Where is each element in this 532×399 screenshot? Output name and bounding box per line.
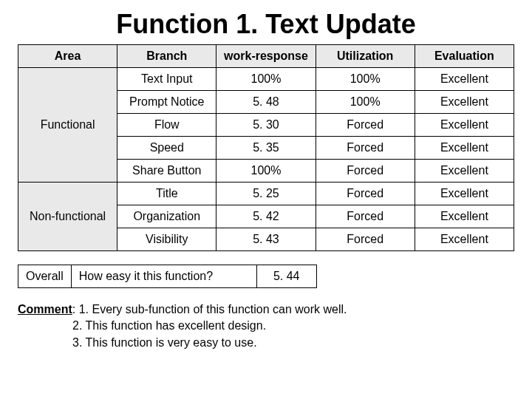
cell-eval: Excellent	[415, 137, 514, 160]
cell-util: Forced	[316, 205, 415, 228]
cell-util: Forced	[316, 160, 415, 183]
cell-util: 100%	[316, 68, 415, 91]
evaluation-table: Area Branch work-response Utilization Ev…	[18, 44, 514, 251]
page-title: Function 1. Text Update	[18, 9, 514, 40]
cell-work: 5. 25	[216, 183, 316, 205]
cell-eval: Excellent	[415, 68, 514, 91]
cell-eval: Excellent	[415, 228, 514, 251]
area-cell: Non-functional	[18, 183, 117, 251]
cell-branch: Title	[117, 183, 216, 205]
cell-eval: Excellent	[415, 183, 514, 205]
cell-eval: Excellent	[415, 205, 514, 228]
cell-util: Forced	[316, 137, 415, 160]
header-row: Area Branch work-response Utilization Ev…	[18, 45, 514, 68]
area-cell: Functional	[18, 68, 117, 183]
cell-util: Forced	[316, 114, 415, 137]
cell-branch: Share Button	[117, 160, 216, 183]
cell-branch: Visibility	[117, 228, 216, 251]
overall-label: Overall	[18, 265, 72, 288]
cell-branch: Text Input	[117, 68, 216, 91]
cell-work: 5. 42	[216, 205, 316, 228]
comment-block: Comment: 1. Every sub-function of this f…	[18, 301, 514, 351]
col-branch: Branch	[117, 45, 216, 68]
overall-summary: Overall How easy it this function? 5. 44	[18, 265, 514, 288]
cell-branch: Organization	[117, 205, 216, 228]
comment-label: Comment	[18, 303, 72, 316]
cell-util: Forced	[316, 183, 415, 205]
cell-work: 5. 30	[216, 114, 316, 137]
cell-work: 5. 43	[216, 228, 316, 251]
cell-util: 100%	[316, 91, 415, 114]
cell-eval: Excellent	[415, 160, 514, 183]
cell-work: 5. 35	[216, 137, 316, 160]
cell-branch: Prompt Notice	[117, 91, 216, 114]
table-row: FunctionalText Input100%100%Excellent	[18, 68, 514, 91]
comment-line-3: 3. This function is very easy to use.	[18, 335, 514, 351]
col-util: Utilization	[316, 45, 415, 68]
comment-line-1: 1. Every sub-function of this function c…	[79, 303, 347, 316]
table-body: FunctionalText Input100%100%ExcellentPro…	[18, 68, 514, 251]
slide: Function 1. Text Update Area Branch work…	[0, 0, 532, 399]
cell-branch: Flow	[117, 114, 216, 137]
cell-util: Forced	[316, 228, 415, 251]
col-area: Area	[18, 45, 117, 68]
cell-work: 100%	[216, 160, 316, 183]
col-work: work-response	[216, 45, 316, 68]
overall-question: How easy it this function?	[72, 265, 257, 288]
comment-line-2: 2. This function has excellent design.	[18, 318, 514, 334]
table-row: Non-functionalTitle5. 25ForcedExcellent	[18, 183, 514, 205]
colon: :	[72, 303, 79, 316]
cell-work: 5. 48	[216, 91, 316, 114]
col-eval: Evaluation	[415, 45, 514, 68]
cell-eval: Excellent	[415, 91, 514, 114]
cell-eval: Excellent	[415, 114, 514, 137]
cell-work: 100%	[216, 68, 316, 91]
cell-branch: Speed	[117, 137, 216, 160]
overall-value: 5. 44	[257, 265, 317, 288]
